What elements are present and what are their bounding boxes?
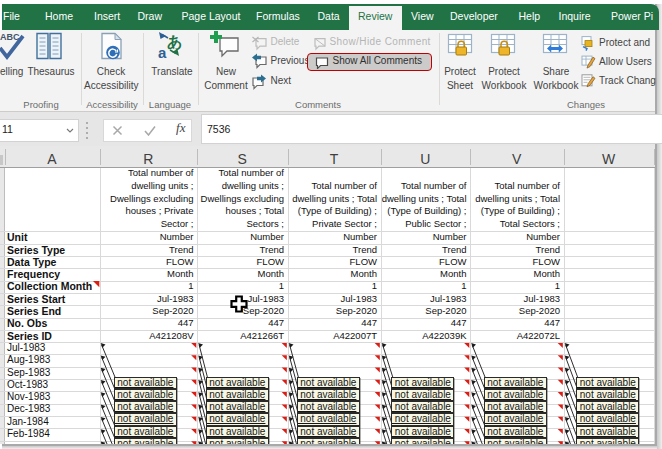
svg-text:あ: あ [167, 33, 182, 51]
svg-text:a: a [158, 44, 167, 61]
svg-text:ABC: ABC [0, 32, 20, 42]
